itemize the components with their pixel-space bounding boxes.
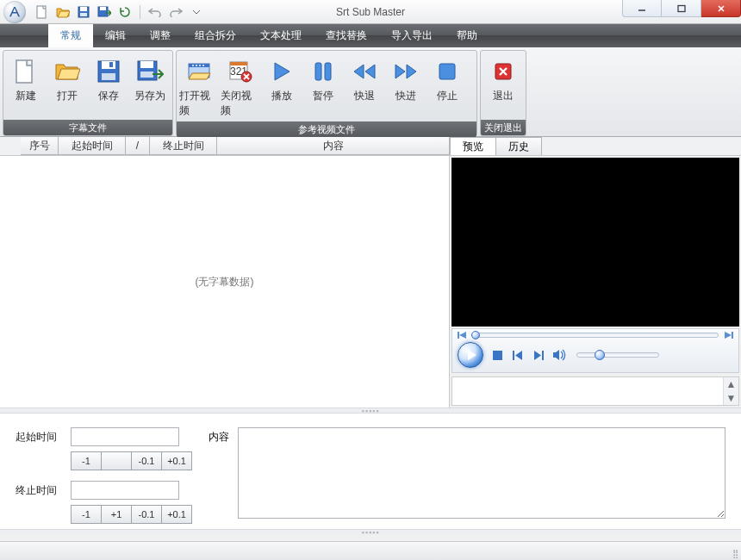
- seek-knob[interactable]: [471, 331, 480, 339]
- menu-help[interactable]: 帮助: [445, 24, 489, 47]
- deck-prev-button[interactable]: [511, 348, 525, 362]
- col-end[interactable]: 终止时间: [150, 137, 217, 155]
- svg-rect-27: [325, 63, 331, 80]
- svg-rect-11: [102, 73, 115, 80]
- forward-button[interactable]: 快进: [385, 54, 427, 121]
- tab-history[interactable]: 历史: [495, 137, 542, 155]
- qat-separator: [140, 5, 140, 19]
- save-icon: [95, 58, 122, 85]
- start-blank[interactable]: [101, 451, 132, 470]
- menu-io[interactable]: 导入导出: [379, 24, 445, 47]
- end-plus-01[interactable]: +0.1: [161, 505, 192, 524]
- close-button[interactable]: [701, 0, 741, 17]
- start-plus-01[interactable]: +0.1: [161, 451, 192, 470]
- col-content[interactable]: 内容: [217, 137, 450, 155]
- title-bar: Srt Sub Master: [0, 0, 741, 24]
- middle-area: (无字幕数据) ▲▼: [0, 156, 741, 408]
- video-controls-deck: [451, 328, 739, 373]
- resize-grip-icon[interactable]: ⣿: [732, 549, 738, 558]
- horizontal-splitter-2[interactable]: ▪▪▪▪▪: [0, 529, 741, 535]
- qat-saveas-icon[interactable]: [97, 4, 112, 20]
- open-folder-icon: [53, 58, 81, 85]
- preview-pane: ▲▼: [450, 156, 741, 408]
- qat-refresh-icon[interactable]: [117, 4, 133, 20]
- end-time-label: 终止时间: [16, 483, 62, 498]
- pause-icon: [309, 58, 337, 85]
- close-video-icon: 321: [227, 58, 254, 85]
- volume-knob[interactable]: [595, 350, 605, 360]
- editor-pane: 起始时间 -1 -0.1 +0.1 终止时间 -1 +1 -0.1 +0.1 内…: [0, 414, 741, 529]
- end-adjust-buttons: -1 +1 -0.1 +0.1: [71, 505, 191, 524]
- qat-undo-icon[interactable]: [147, 4, 163, 20]
- content-label: 内容: [209, 427, 229, 515]
- start-minus-1[interactable]: -1: [71, 451, 102, 470]
- close-video-button[interactable]: 321关闭视频: [220, 54, 261, 121]
- deck-volume-icon[interactable]: [552, 348, 566, 362]
- forward-icon: [392, 58, 420, 85]
- ribbon-group-video: 打开视频 321关闭视频 播放 暂停 快退 快进 停止 参考视频文件: [176, 50, 477, 136]
- svg-rect-2: [80, 7, 87, 11]
- col-index[interactable]: 序号: [21, 137, 59, 155]
- new-file-icon: [12, 58, 40, 85]
- svg-rect-31: [732, 332, 733, 339]
- open-video-button[interactable]: 打开视频: [178, 54, 220, 121]
- menu-find[interactable]: 查找替换: [314, 24, 379, 47]
- seek-slider[interactable]: [472, 333, 719, 338]
- qat-redo-icon[interactable]: [168, 4, 184, 20]
- qat-customize-icon[interactable]: [189, 4, 204, 20]
- window-controls: [622, 0, 741, 17]
- ribbon-group-exit: 退出 关闭退出: [480, 50, 526, 136]
- start-time-input[interactable]: [71, 427, 179, 446]
- menu-general[interactable]: 常规: [48, 24, 93, 47]
- new-button[interactable]: 新建: [5, 54, 47, 120]
- qat-save-icon[interactable]: [76, 4, 91, 20]
- rewind-button[interactable]: 快退: [344, 54, 385, 121]
- svg-rect-5: [100, 7, 106, 10]
- subtitle-list-pane: (无字幕数据): [0, 156, 450, 408]
- seek-end-icon[interactable]: [724, 332, 733, 339]
- ribbon-group-label: 字幕文件: [3, 120, 172, 135]
- play-icon: [268, 58, 296, 85]
- col-start[interactable]: 起始时间: [59, 137, 126, 155]
- stop-button[interactable]: 停止: [427, 54, 468, 121]
- menu-adjust[interactable]: 调整: [138, 24, 183, 47]
- video-display[interactable]: [451, 158, 739, 327]
- maximize-button[interactable]: [662, 0, 701, 17]
- deck-next-button[interactable]: [532, 348, 545, 362]
- save-button[interactable]: 保存: [88, 54, 129, 120]
- deck-stop-button[interactable]: [490, 348, 504, 362]
- tab-preview[interactable]: 预览: [450, 137, 496, 155]
- svg-rect-10: [102, 61, 115, 69]
- menu-edit[interactable]: 编辑: [93, 24, 138, 47]
- saveas-button[interactable]: 另存为: [129, 54, 171, 120]
- end-plus-1[interactable]: +1: [101, 505, 132, 524]
- minimize-button[interactable]: [622, 0, 662, 17]
- content-textarea[interactable]: [238, 427, 725, 519]
- preview-strip-scrollbar[interactable]: ▲▼: [723, 377, 738, 405]
- open-button[interactable]: 打开: [47, 54, 88, 120]
- exit-button[interactable]: 退出: [483, 54, 524, 120]
- pause-button[interactable]: 暂停: [302, 54, 344, 121]
- svg-point-20: [199, 65, 201, 66]
- qat-new-icon[interactable]: [34, 4, 50, 20]
- svg-rect-26: [315, 63, 321, 80]
- svg-point-21: [202, 65, 204, 66]
- seek-start-icon[interactable]: [458, 332, 467, 339]
- deck-play-button[interactable]: [458, 342, 483, 368]
- end-minus-1[interactable]: -1: [71, 505, 102, 524]
- end-time-input[interactable]: [71, 481, 179, 500]
- volume-slider[interactable]: [576, 352, 659, 358]
- subtitle-preview-strip: ▲▼: [451, 376, 739, 406]
- empty-state-text: (无字幕数据): [196, 275, 254, 289]
- svg-rect-7: [678, 5, 685, 11]
- play-button[interactable]: 播放: [261, 54, 302, 121]
- qat-open-icon[interactable]: [55, 4, 71, 20]
- svg-point-18: [192, 65, 194, 66]
- menu-text[interactable]: 文本处理: [248, 24, 314, 47]
- horizontal-splitter[interactable]: ▪▪▪▪▪: [0, 408, 741, 414]
- saveas-icon: [136, 58, 164, 85]
- svg-rect-32: [493, 351, 502, 360]
- end-minus-01[interactable]: -0.1: [131, 505, 162, 524]
- start-minus-01[interactable]: -0.1: [131, 451, 162, 470]
- menu-combine[interactable]: 组合拆分: [183, 24, 248, 47]
